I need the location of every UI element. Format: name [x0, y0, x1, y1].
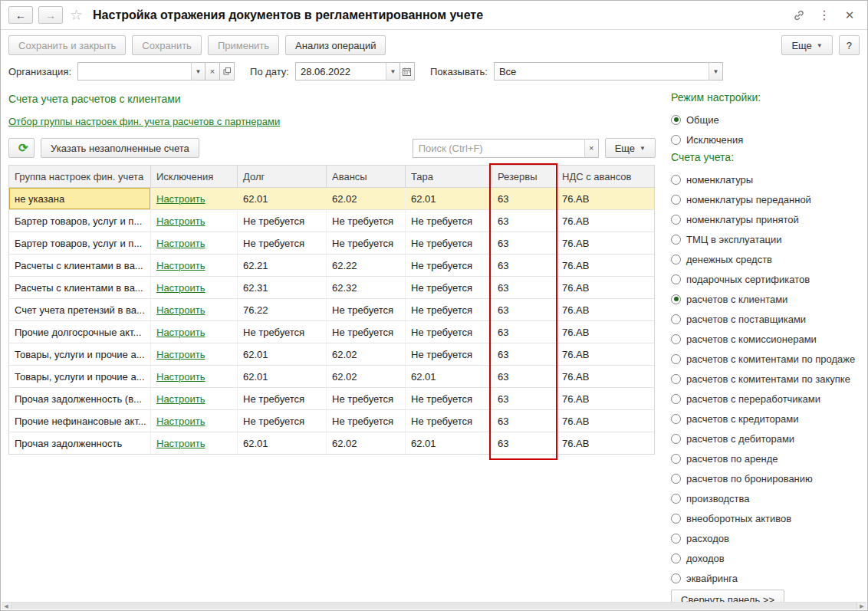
star-icon[interactable]: ☆	[70, 6, 83, 24]
back-arrow-icon[interactable]: ←	[8, 6, 33, 24]
more-button-table[interactable]: Еще▼	[605, 138, 656, 158]
cell-account[interactable]: 76.АВ	[557, 277, 655, 299]
cell-account[interactable]: Не требуется	[327, 299, 406, 321]
search-clear-icon[interactable]: ×	[584, 139, 599, 158]
cell-group[interactable]: Прочие нефинансовые акт...	[9, 410, 151, 432]
account-radio[interactable]: номенклатуры	[671, 169, 858, 189]
configure-link[interactable]: Настроить	[156, 371, 205, 383]
cell-account[interactable]: 62.02	[327, 343, 406, 366]
cell-account[interactable]: 62.32	[327, 277, 406, 299]
horizontal-scrollbar[interactable]: ◀ ▶	[2, 602, 866, 609]
table-row[interactable]: Бартер товаров, услуг и п...НастроитьНе …	[9, 232, 655, 255]
configure-link[interactable]: Настроить	[156, 349, 205, 360]
cell-account[interactable]: Не требуется	[238, 410, 327, 432]
cell-account[interactable]: Не требуется	[238, 232, 327, 255]
account-radio[interactable]: расчетов по бронированию	[671, 468, 858, 488]
close-icon[interactable]: ✕	[840, 6, 860, 25]
organization-clear-icon[interactable]: ×	[205, 62, 220, 80]
account-radio[interactable]: производства	[671, 488, 858, 508]
cell-group[interactable]: Расчеты с клиентами в ва...	[9, 277, 151, 299]
cell-account[interactable]: 63	[492, 277, 557, 299]
cell-group[interactable]: Счет учета претензий в ва...	[9, 299, 151, 321]
cell-account[interactable]: 63	[492, 232, 557, 255]
account-radio[interactable]: расчетов с поставщиками	[671, 309, 858, 329]
scrollbar-thumb[interactable]	[11, 603, 857, 609]
cell-account[interactable]: 63	[492, 343, 557, 366]
search-input[interactable]	[413, 139, 584, 158]
cell-account[interactable]: 62.01	[238, 188, 327, 210]
cell-account[interactable]: 62.21	[238, 255, 327, 277]
table-row[interactable]: Товары, услуги и прочие а...Настроить62.…	[9, 366, 655, 388]
cell-group[interactable]: Прочие долгосрочные акт...	[9, 321, 151, 343]
cell-account[interactable]: Не требуется	[406, 232, 492, 255]
account-radio[interactable]: расчетов с дебиторами	[671, 429, 858, 448]
cell-account[interactable]: 62.01	[238, 343, 327, 366]
cell-group[interactable]: Расчеты с клиентами в ва...	[9, 255, 151, 277]
account-radio[interactable]: расчетов с кредиторами	[671, 409, 858, 429]
cell-account[interactable]: Не требуется	[327, 210, 406, 232]
organization-dropdown-icon[interactable]: ▼	[191, 62, 205, 80]
configure-link[interactable]: Настроить	[156, 282, 205, 294]
cell-account[interactable]: 63	[492, 321, 557, 343]
cell-account[interactable]: 63	[492, 410, 557, 432]
table-row[interactable]: Прочая задолженность (в...НастроитьНе тр…	[9, 388, 655, 410]
cell-account[interactable]: 62.01	[238, 432, 327, 455]
scroll-left-icon[interactable]: ◀	[2, 603, 11, 609]
link-icon[interactable]	[789, 6, 809, 25]
cell-account[interactable]: 62.02	[327, 432, 406, 455]
cell-account[interactable]: Не требуется	[327, 232, 406, 255]
column-header[interactable]: Резервы	[492, 166, 557, 188]
cell-account[interactable]: 76.22	[238, 299, 327, 321]
table-row[interactable]: не указанаНастроить62.0162.0262.016376.А…	[9, 188, 655, 210]
calendar-icon[interactable]	[400, 62, 415, 80]
configure-link[interactable]: Настроить	[156, 438, 205, 449]
account-radio[interactable]: ТМЦ в эксплуатации	[671, 229, 858, 249]
refresh-button[interactable]: ⟳	[8, 138, 35, 158]
cell-account[interactable]: 76.АВ	[557, 366, 655, 388]
table-row[interactable]: Прочие нефинансовые акт...НастроитьНе тр…	[9, 410, 655, 432]
cell-account[interactable]: 62.02	[327, 188, 406, 210]
account-radio[interactable]: номенклатуры переданной	[671, 189, 858, 209]
table-row[interactable]: Счет учета претензий в ва...Настроить76.…	[9, 299, 655, 321]
cell-account[interactable]: Не требуется	[238, 388, 327, 410]
configure-link[interactable]: Настроить	[156, 238, 205, 249]
column-header[interactable]: НДС с авансов	[557, 166, 655, 188]
cell-account[interactable]: Не требуется	[406, 321, 492, 343]
cell-account[interactable]: 62.01	[406, 188, 492, 210]
account-radio[interactable]: расчетов по аренде	[671, 448, 858, 468]
table-row[interactable]: Расчеты с клиентами в ва...Настроить62.3…	[9, 277, 655, 299]
cell-account[interactable]: 76.АВ	[557, 432, 655, 455]
cell-account[interactable]: Не требуется	[406, 255, 492, 277]
cell-account[interactable]: Не требуется	[327, 410, 406, 432]
configure-link[interactable]: Настроить	[156, 304, 205, 316]
cell-account[interactable]: Не требуется	[406, 343, 492, 366]
analyze-operations-button[interactable]: Анализ операций	[285, 35, 386, 55]
cell-account[interactable]: Не требуется	[406, 299, 492, 321]
cell-account[interactable]: 76.АВ	[557, 388, 655, 410]
apply-button[interactable]: Применить	[208, 35, 279, 55]
group-filter-link[interactable]: Отбор группы настроек фин. учета расчето…	[8, 116, 280, 127]
cell-group[interactable]: Товары, услуги и прочие а...	[9, 366, 151, 388]
date-dropdown-icon[interactable]: ▼	[386, 62, 400, 80]
configure-link[interactable]: Настроить	[156, 260, 205, 271]
cell-account[interactable]: 62.02	[327, 366, 406, 388]
column-header[interactable]: Тара	[406, 166, 492, 188]
more-button-toolbar[interactable]: Еще▼	[781, 35, 832, 55]
configure-link[interactable]: Настроить	[156, 193, 205, 205]
account-radio[interactable]: расчетов с переработчиками	[671, 389, 858, 409]
scroll-right-icon[interactable]: ▶	[857, 603, 866, 609]
configure-link[interactable]: Настроить	[156, 215, 205, 227]
account-radio[interactable]: эквайринга	[671, 568, 858, 588]
table-row[interactable]: Прочая задолженностьНастроить62.0162.026…	[9, 432, 655, 455]
cell-account[interactable]: 62.31	[238, 277, 327, 299]
table-row[interactable]: Прочие долгосрочные акт...НастроитьНе тр…	[9, 321, 655, 343]
cell-account[interactable]: Не требуется	[327, 321, 406, 343]
cell-account[interactable]: 76.АВ	[557, 410, 655, 432]
show-dropdown-icon[interactable]: ▼	[709, 62, 723, 80]
table-row[interactable]: Бартер товаров, услуг и п...НастроитьНе …	[9, 210, 655, 232]
configure-link[interactable]: Настроить	[156, 327, 205, 338]
cell-account[interactable]: 76.АВ	[557, 210, 655, 232]
cell-account[interactable]: 76.АВ	[557, 343, 655, 366]
cell-account[interactable]: Не требуется	[238, 321, 327, 343]
cell-account[interactable]: 76.АВ	[557, 299, 655, 321]
